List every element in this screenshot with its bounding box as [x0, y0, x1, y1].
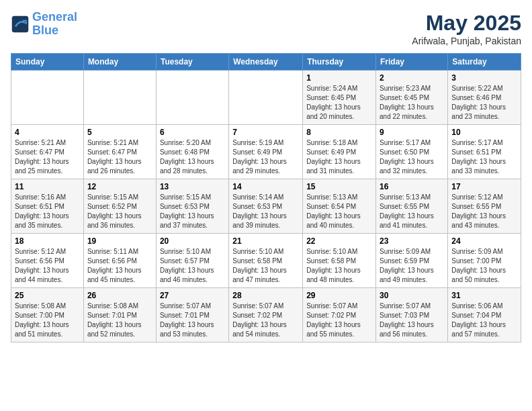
calendar-week-row: 18Sunrise: 5:12 AM Sunset: 6:56 PM Dayli…	[11, 234, 521, 288]
calendar-cell: 10Sunrise: 5:17 AM Sunset: 6:51 PM Dayli…	[448, 125, 521, 179]
calendar-body: 1Sunrise: 5:24 AM Sunset: 6:45 PM Daylig…	[11, 71, 521, 342]
day-info: Sunrise: 5:14 AM Sunset: 6:53 PM Dayligh…	[232, 193, 299, 230]
day-info: Sunrise: 5:15 AM Sunset: 6:52 PM Dayligh…	[87, 193, 152, 230]
day-number: 7	[232, 128, 299, 137]
day-number: 14	[232, 182, 299, 191]
day-info: Sunrise: 5:11 AM Sunset: 6:56 PM Dayligh…	[87, 247, 152, 285]
calendar-cell: 27Sunrise: 5:07 AM Sunset: 7:01 PM Dayli…	[156, 288, 228, 342]
day-number: 25	[15, 291, 80, 300]
title-area: May 2025 Arifwala, Punjab, Pakistan	[412, 11, 521, 46]
day-number: 8	[306, 128, 372, 137]
day-info: Sunrise: 5:08 AM Sunset: 7:00 PM Dayligh…	[15, 302, 80, 339]
calendar-week-row: 25Sunrise: 5:08 AM Sunset: 7:00 PM Dayli…	[11, 288, 521, 342]
day-number: 5	[87, 128, 152, 137]
day-number: 22	[306, 236, 372, 246]
day-number: 11	[15, 182, 80, 191]
day-info: Sunrise: 5:12 AM Sunset: 6:55 PM Dayligh…	[451, 193, 517, 230]
calendar-cell: 6Sunrise: 5:20 AM Sunset: 6:48 PM Daylig…	[156, 125, 228, 179]
day-number: 18	[15, 236, 80, 246]
day-number: 4	[15, 128, 80, 137]
day-number: 31	[451, 291, 517, 300]
weekday-header: Friday	[376, 54, 448, 71]
day-number: 1	[306, 73, 372, 83]
day-info: Sunrise: 5:07 AM Sunset: 7:02 PM Dayligh…	[306, 302, 372, 339]
day-number: 27	[160, 291, 225, 300]
calendar-cell	[83, 71, 156, 125]
day-info: Sunrise: 5:12 AM Sunset: 6:56 PM Dayligh…	[15, 247, 80, 285]
weekday-header: Wednesday	[229, 54, 303, 71]
month-title: May 2025	[412, 11, 521, 36]
day-number: 21	[232, 236, 299, 246]
page-header: General Blue May 2025 Arifwala, Punjab, …	[11, 11, 521, 46]
day-info: Sunrise: 5:18 AM Sunset: 6:49 PM Dayligh…	[306, 138, 372, 176]
calendar-week-row: 11Sunrise: 5:16 AM Sunset: 6:51 PM Dayli…	[11, 179, 521, 234]
calendar-cell: 21Sunrise: 5:10 AM Sunset: 6:58 PM Dayli…	[229, 234, 303, 288]
day-info: Sunrise: 5:20 AM Sunset: 6:48 PM Dayligh…	[160, 138, 225, 176]
day-info: Sunrise: 5:22 AM Sunset: 6:46 PM Dayligh…	[451, 84, 517, 122]
logo-icon	[11, 15, 30, 34]
day-number: 20	[160, 236, 225, 246]
day-number: 10	[451, 128, 517, 137]
day-number: 28	[232, 291, 299, 300]
calendar-cell: 29Sunrise: 5:07 AM Sunset: 7:02 PM Dayli…	[303, 288, 376, 342]
day-info: Sunrise: 5:16 AM Sunset: 6:51 PM Dayligh…	[15, 193, 80, 230]
day-info: Sunrise: 5:07 AM Sunset: 7:03 PM Dayligh…	[380, 302, 444, 339]
calendar-cell: 1Sunrise: 5:24 AM Sunset: 6:45 PM Daylig…	[303, 71, 376, 125]
calendar-cell: 14Sunrise: 5:14 AM Sunset: 6:53 PM Dayli…	[229, 179, 303, 234]
calendar-cell: 11Sunrise: 5:16 AM Sunset: 6:51 PM Dayli…	[11, 179, 84, 234]
day-number: 3	[451, 73, 517, 83]
day-info: Sunrise: 5:21 AM Sunset: 6:47 PM Dayligh…	[87, 138, 152, 176]
day-info: Sunrise: 5:07 AM Sunset: 7:01 PM Dayligh…	[160, 302, 225, 339]
day-info: Sunrise: 5:17 AM Sunset: 6:50 PM Dayligh…	[380, 138, 444, 176]
calendar-cell: 30Sunrise: 5:07 AM Sunset: 7:03 PM Dayli…	[376, 288, 448, 342]
day-info: Sunrise: 5:13 AM Sunset: 6:54 PM Dayligh…	[306, 193, 372, 230]
calendar-week-row: 1Sunrise: 5:24 AM Sunset: 6:45 PM Daylig…	[11, 71, 521, 125]
calendar-cell: 13Sunrise: 5:15 AM Sunset: 6:53 PM Dayli…	[156, 179, 228, 234]
calendar-cell: 23Sunrise: 5:09 AM Sunset: 6:59 PM Dayli…	[376, 234, 448, 288]
day-info: Sunrise: 5:07 AM Sunset: 7:02 PM Dayligh…	[232, 302, 299, 339]
day-number: 9	[380, 128, 444, 137]
day-info: Sunrise: 5:21 AM Sunset: 6:47 PM Dayligh…	[15, 138, 80, 176]
calendar-cell: 18Sunrise: 5:12 AM Sunset: 6:56 PM Dayli…	[11, 234, 84, 288]
weekday-header: Thursday	[303, 54, 376, 71]
day-info: Sunrise: 5:13 AM Sunset: 6:55 PM Dayligh…	[380, 193, 444, 230]
day-number: 19	[87, 236, 152, 246]
day-number: 16	[380, 182, 444, 191]
calendar-cell	[11, 71, 84, 125]
day-info: Sunrise: 5:06 AM Sunset: 7:04 PM Dayligh…	[451, 302, 517, 339]
calendar-cell: 5Sunrise: 5:21 AM Sunset: 6:47 PM Daylig…	[83, 125, 156, 179]
day-number: 24	[451, 236, 517, 246]
day-info: Sunrise: 5:09 AM Sunset: 7:00 PM Dayligh…	[451, 247, 517, 285]
location: Arifwala, Punjab, Pakistan	[412, 36, 521, 46]
calendar-cell: 25Sunrise: 5:08 AM Sunset: 7:00 PM Dayli…	[11, 288, 84, 342]
calendar-cell: 12Sunrise: 5:15 AM Sunset: 6:52 PM Dayli…	[83, 179, 156, 234]
calendar-week-row: 4Sunrise: 5:21 AM Sunset: 6:47 PM Daylig…	[11, 125, 521, 179]
day-info: Sunrise: 5:23 AM Sunset: 6:45 PM Dayligh…	[380, 84, 444, 122]
calendar-table: SundayMondayTuesdayWednesdayThursdayFrid…	[11, 53, 521, 342]
day-number: 26	[87, 291, 152, 300]
weekday-header: Tuesday	[156, 54, 228, 71]
logo: General Blue	[11, 11, 77, 38]
calendar-cell: 7Sunrise: 5:19 AM Sunset: 6:49 PM Daylig…	[229, 125, 303, 179]
day-info: Sunrise: 5:10 AM Sunset: 6:58 PM Dayligh…	[232, 247, 299, 285]
calendar-cell: 22Sunrise: 5:10 AM Sunset: 6:58 PM Dayli…	[303, 234, 376, 288]
calendar-cell	[229, 71, 303, 125]
day-number: 23	[380, 236, 444, 246]
day-number: 30	[380, 291, 444, 300]
day-number: 12	[87, 182, 152, 191]
day-info: Sunrise: 5:08 AM Sunset: 7:01 PM Dayligh…	[87, 302, 152, 339]
day-info: Sunrise: 5:10 AM Sunset: 6:58 PM Dayligh…	[306, 247, 372, 285]
day-number: 29	[306, 291, 372, 300]
calendar-cell: 15Sunrise: 5:13 AM Sunset: 6:54 PM Dayli…	[303, 179, 376, 234]
weekday-header: Sunday	[11, 54, 84, 71]
day-number: 15	[306, 182, 372, 191]
day-info: Sunrise: 5:15 AM Sunset: 6:53 PM Dayligh…	[160, 193, 225, 230]
calendar-cell: 19Sunrise: 5:11 AM Sunset: 6:56 PM Dayli…	[83, 234, 156, 288]
calendar-cell: 26Sunrise: 5:08 AM Sunset: 7:01 PM Dayli…	[83, 288, 156, 342]
weekday-header: Monday	[83, 54, 156, 71]
day-number: 17	[451, 182, 517, 191]
day-info: Sunrise: 5:17 AM Sunset: 6:51 PM Dayligh…	[451, 138, 517, 176]
calendar-cell: 8Sunrise: 5:18 AM Sunset: 6:49 PM Daylig…	[303, 125, 376, 179]
calendar-cell	[156, 71, 228, 125]
calendar-cell: 2Sunrise: 5:23 AM Sunset: 6:45 PM Daylig…	[376, 71, 448, 125]
